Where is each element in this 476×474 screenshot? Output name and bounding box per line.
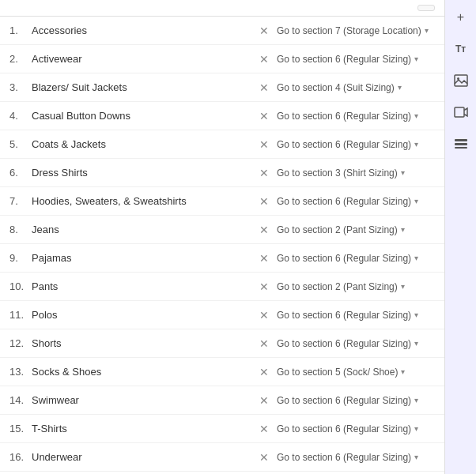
table-row: 9.Pajamas✕Go to section 6 (Regular Sizin… (0, 244, 444, 273)
table-row: 5.Coats & Jackets✕Go to section 6 (Regul… (0, 130, 444, 159)
chevron-down-icon: ▾ (401, 168, 405, 177)
item-number: 14. (9, 394, 32, 406)
item-number: 3. (9, 81, 32, 93)
action-dropdown[interactable]: Go to section 2 (Pant Sizing)▾ (277, 281, 435, 292)
table-row: 1.Accessories✕Go to section 7 (Storage L… (0, 17, 444, 45)
item-number: 4. (9, 110, 32, 122)
chevron-down-icon: ▾ (414, 310, 418, 319)
close-icon[interactable]: ✕ (251, 138, 277, 151)
close-icon[interactable]: ✕ (251, 423, 277, 435)
close-icon[interactable]: ✕ (251, 110, 277, 122)
action-dropdown[interactable]: Go to section 7 (Storage Location)▾ (277, 25, 435, 36)
layout-icon[interactable] (450, 133, 472, 155)
close-icon[interactable]: ✕ (251, 337, 277, 350)
chevron-down-icon: ▾ (414, 140, 418, 149)
svg-rect-4 (455, 143, 467, 145)
close-icon[interactable]: ✕ (251, 280, 277, 293)
item-number: 9. (9, 252, 32, 264)
svg-rect-2 (455, 107, 464, 117)
close-icon[interactable]: ✕ (251, 309, 277, 322)
add-icon[interactable]: + (450, 6, 472, 28)
item-name: Hoodies, Sweaters, & Sweatshirts (32, 195, 251, 207)
chevron-down-icon: ▾ (401, 367, 405, 376)
articles-list: 1.Accessories✕Go to section 7 (Storage L… (0, 0, 444, 474)
text-icon[interactable]: Tт (450, 38, 472, 60)
close-icon[interactable]: ✕ (251, 224, 277, 236)
chevron-down-icon: ▾ (414, 424, 418, 433)
action-dropdown[interactable]: Go to section 6 (Regular Sizing)▾ (277, 196, 435, 207)
item-name: Socks & Shoes (32, 366, 251, 378)
item-number: 5. (9, 138, 32, 150)
svg-rect-0 (455, 75, 467, 86)
action-label: Go to section 2 (Pant Sizing) (277, 281, 398, 292)
action-dropdown[interactable]: Go to section 2 (Pant Sizing)▾ (277, 224, 435, 235)
item-number: 1. (9, 24, 32, 36)
item-number: 12. (9, 337, 32, 349)
close-icon[interactable]: ✕ (251, 195, 277, 208)
close-icon[interactable]: ✕ (251, 167, 277, 179)
item-number: 7. (9, 195, 32, 207)
table-row: 12.Shorts✕Go to section 6 (Regular Sizin… (0, 329, 444, 358)
action-label: Go to section 5 (Sock/ Shoe) (277, 367, 398, 378)
action-dropdown[interactable]: Go to section 6 (Regular Sizing)▾ (277, 395, 435, 406)
action-dropdown[interactable]: Go to section 6 (Regular Sizing)▾ (277, 54, 435, 65)
chevron-down-icon: ▾ (414, 55, 418, 63)
close-icon[interactable]: ✕ (251, 81, 277, 94)
action-dropdown[interactable]: Go to section 6 (Regular Sizing)▾ (277, 423, 435, 434)
close-icon[interactable]: ✕ (251, 366, 277, 378)
action-dropdown[interactable]: Go to section 6 (Regular Sizing)▾ (277, 139, 435, 150)
action-label: Go to section 3 (Shirt Sizing) (277, 167, 398, 179)
action-label: Go to section 6 (Regular Sizing) (277, 111, 411, 122)
item-name: T-Shirts (32, 423, 251, 434)
svg-rect-3 (455, 139, 467, 141)
video-icon[interactable] (450, 101, 472, 123)
action-label: Go to section 6 (Regular Sizing) (277, 423, 411, 434)
action-label: Go to section 7 (Storage Location) (277, 25, 421, 36)
item-name: Polos (32, 309, 251, 321)
item-name: Pants (32, 280, 251, 292)
chevron-down-icon: ▾ (398, 83, 402, 92)
item-name: Casual Button Downs (32, 110, 251, 122)
chevron-down-icon: ▾ (414, 396, 418, 404)
action-label: Go to section 6 (Regular Sizing) (277, 253, 411, 264)
action-dropdown[interactable]: Go to section 3 (Shirt Sizing)▾ (277, 167, 435, 179)
item-name: Pajamas (32, 252, 251, 264)
item-number: 13. (9, 366, 32, 378)
table-row: 4.Casual Button Downs✕Go to section 6 (R… (0, 102, 444, 130)
close-icon[interactable]: ✕ (251, 394, 277, 407)
chevron-down-icon: ▾ (401, 225, 405, 234)
table-row: 16.Underwear✕Go to section 6 (Regular Si… (0, 443, 444, 472)
action-label: Go to section 6 (Regular Sizing) (277, 310, 411, 321)
action-dropdown[interactable]: Go to section 6 (Regular Sizing)▾ (277, 452, 435, 463)
item-name: Blazers/ Suit Jackets (32, 81, 251, 93)
close-icon[interactable]: ✕ (251, 451, 277, 464)
table-row: 14.Swimwear✕Go to section 6 (Regular Siz… (0, 386, 444, 415)
item-number: 11. (9, 309, 32, 321)
action-label: Go to section 2 (Pant Sizing) (277, 224, 398, 235)
action-label: Go to section 6 (Regular Sizing) (277, 395, 411, 406)
image-icon[interactable] (450, 70, 472, 92)
item-number: 15. (9, 423, 32, 434)
table-row: 15.T-Shirts✕Go to section 6 (Regular Siz… (0, 415, 444, 443)
table-row: 3.Blazers/ Suit Jackets✕Go to section 4 … (0, 73, 444, 102)
action-dropdown[interactable]: Go to section 6 (Regular Sizing)▾ (277, 338, 435, 349)
dropdown-button[interactable] (417, 5, 435, 11)
action-dropdown[interactable]: Go to section 6 (Regular Sizing)▾ (277, 253, 435, 264)
action-label: Go to section 6 (Regular Sizing) (277, 54, 411, 65)
action-dropdown[interactable]: Go to section 6 (Regular Sizing)▾ (277, 111, 435, 122)
action-label: Go to section 4 (Suit Sizing) (277, 82, 395, 93)
close-icon[interactable]: ✕ (251, 53, 277, 66)
table-row: 8.Jeans✕Go to section 2 (Pant Sizing)▾ (0, 216, 444, 244)
item-number: 16. (9, 451, 32, 463)
item-number: 10. (9, 280, 32, 292)
item-number: 6. (9, 167, 32, 179)
action-dropdown[interactable]: Go to section 6 (Regular Sizing)▾ (277, 310, 435, 321)
action-dropdown[interactable]: Go to section 5 (Sock/ Shoe)▾ (277, 367, 435, 378)
item-name: Swimwear (32, 394, 251, 406)
action-dropdown[interactable]: Go to section 4 (Suit Sizing)▾ (277, 82, 435, 93)
chevron-down-icon: ▾ (414, 453, 418, 461)
close-icon[interactable]: ✕ (251, 24, 277, 37)
table-row: 2.Activewear✕Go to section 6 (Regular Si… (0, 45, 444, 73)
item-name: Jeans (32, 224, 251, 235)
close-icon[interactable]: ✕ (251, 252, 277, 265)
